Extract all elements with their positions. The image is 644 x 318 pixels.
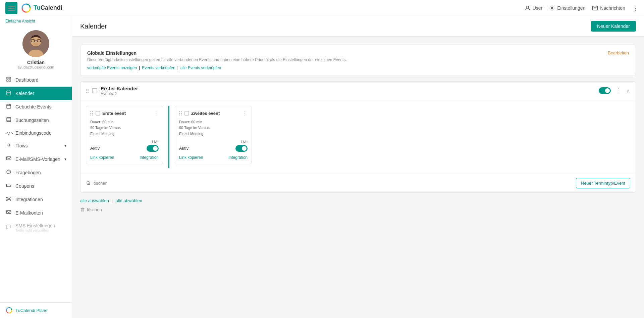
event-header-2: Zweites event ⋮	[179, 110, 248, 117]
svg-point-29	[9, 173, 9, 174]
svg-rect-14	[7, 80, 8, 81]
sms-icon	[5, 224, 12, 231]
profile-email: ayuda@tucalendi.com	[17, 65, 54, 69]
svg-point-2	[527, 6, 529, 8]
tucalendi-plans-link[interactable]: TuCalendi Pläne	[5, 307, 66, 314]
sidebar-item-buchungsseiten[interactable]: Buchungsseiten	[0, 113, 72, 127]
bottom-loeschen-button[interactable]: löschen	[80, 207, 636, 212]
sidebar-item-coupons[interactable]: Coupons	[0, 179, 72, 193]
calendar-collapse-button[interactable]: ∧	[626, 88, 630, 94]
svg-rect-15	[9, 80, 11, 81]
toggle-knob	[605, 88, 610, 93]
global-settings-links: verknüpfte Events anzeigen | Events verk…	[87, 65, 608, 70]
calendar-events-count: Events: 2	[101, 91, 138, 96]
gear-icon	[549, 5, 555, 11]
main-content: Kalender Neuer Kalender Globale Einstell…	[72, 16, 644, 318]
global-settings-desc: Diese Verfügbarkeitseinstellungen gelten…	[87, 57, 608, 63]
emailkonten-icon	[5, 210, 12, 216]
alle-events-verknuepfen-link[interactable]: alle Events verknüpfen	[180, 65, 221, 70]
event-footer-2: Link kopieren Integration	[179, 155, 248, 160]
sidebar-item-label-dashboard: Dashboard	[15, 77, 39, 83]
flows-chevron: ▾	[64, 143, 66, 148]
calendar-loeschen-button[interactable]: löschen	[86, 181, 108, 186]
event-checkbox-2[interactable]	[184, 111, 189, 116]
event-link-kopieren-1[interactable]: Link kopieren	[90, 155, 114, 160]
alle-auswaehlen-link[interactable]: alle auswählen	[80, 198, 109, 203]
bottom-actions: alle auswählen | alle abwählen	[80, 198, 636, 203]
gebuchte-icon	[5, 103, 12, 110]
alle-abwaehlen-link[interactable]: alle abwählen	[115, 198, 142, 203]
svg-point-11	[33, 43, 39, 46]
event-header-1: Erste event ⋮	[90, 110, 159, 117]
calendar-kebab-menu[interactable]: ⋮	[614, 87, 623, 94]
topnav-left: TuCalendi	[5, 2, 525, 14]
more-options-button[interactable]: ⋮	[632, 4, 639, 12]
hamburger-menu[interactable]	[5, 2, 17, 14]
global-settings-top: Globale Einstellungen Diese Verfügbarkei…	[87, 50, 629, 70]
event-integration-1[interactable]: Integration	[140, 155, 159, 160]
settings-menu[interactable]: Einstellungen	[549, 5, 585, 11]
sidebar-item-label-kalender: Kalender	[15, 91, 34, 96]
calendar-drag-handle[interactable]	[86, 89, 89, 93]
event-kebab-1[interactable]: ⋮	[153, 110, 159, 117]
event-aktiv-row-2: Aktiv	[179, 145, 248, 152]
svg-line-38	[7, 198, 8, 199]
simple-view-link[interactable]: Einfache Ansicht	[0, 16, 72, 25]
sidebar-item-flows[interactable]: Flows ▾	[0, 139, 72, 152]
event-toggle-knob-2	[242, 146, 247, 151]
svg-line-39	[9, 198, 10, 199]
sidebar-item-label-coupons: Coupons	[15, 183, 34, 189]
sidebar-item-label-emailkonten: E-Mailkonten	[15, 210, 43, 216]
event-name-1: Erste event	[102, 111, 151, 116]
einbindungscode-icon: </>	[5, 131, 12, 136]
user-icon	[525, 5, 531, 11]
calendar-checkbox[interactable]	[92, 88, 97, 93]
messages-menu[interactable]: Nachrichten	[592, 5, 625, 11]
sidebar-item-emailkonten[interactable]: E-Mailkonten	[0, 206, 72, 220]
nav-items: Dashboard Kalender Gebuchte Events	[0, 73, 72, 302]
sidebar-item-fragebögen[interactable]: Fragebögen	[0, 166, 72, 179]
mail-icon	[592, 5, 598, 11]
calendar-toggle[interactable]	[599, 87, 611, 94]
event-drag-1[interactable]	[90, 111, 93, 116]
separator-1: |	[139, 65, 140, 70]
event-kebab-2[interactable]: ⋮	[242, 110, 248, 117]
sidebar-item-email-sms[interactable]: E-Mail/SMS-Vorlagen ▾	[0, 152, 72, 166]
svg-line-40	[7, 199, 8, 200]
event-link-kopieren-2[interactable]: Link kopieren	[179, 155, 203, 160]
sidebar: Einfache Ansicht	[0, 16, 72, 318]
sidebar-item-einbindungscode[interactable]: </> Einbindungscode	[0, 127, 72, 139]
global-settings-content: Globale Einstellungen Diese Verfügbarkei…	[80, 45, 636, 76]
event-toggle-2[interactable]	[235, 145, 248, 152]
logo[interactable]: TuCalendi	[21, 3, 62, 13]
sidebar-item-label-flows: Flows	[15, 143, 28, 148]
sidebar-item-sms[interactable]: SMS Einstellungen Twilio nicht verbunden	[0, 220, 72, 236]
new-event-button[interactable]: Neuer Termintyp/Event	[576, 178, 630, 188]
sidebar-item-dashboard[interactable]: Dashboard	[0, 73, 72, 87]
sidebar-item-gebuchte[interactable]: Gebuchte Events	[0, 100, 72, 113]
event-integration-2[interactable]: Integration	[228, 155, 248, 160]
integrationen-icon	[5, 196, 12, 203]
event-details-2: Dauer: 60 min 90 Tage im Voraus Einzel M…	[179, 119, 248, 137]
verknuepfte-events-link[interactable]: verknüpfte Events anzeigen	[87, 65, 137, 70]
new-calendar-button[interactable]: Neuer Kalender	[591, 21, 636, 32]
event-card-2: Zweites event ⋮ Dauer: 60 min 90 Tage im…	[175, 106, 252, 164]
svg-line-41	[9, 199, 10, 200]
sidebar-item-kalender[interactable]: Kalender	[0, 87, 72, 100]
calendar-name: Erster Kalender	[101, 86, 138, 91]
event-checkbox-1[interactable]	[96, 111, 100, 116]
plans-icon	[5, 307, 13, 314]
sidebar-item-integrationen[interactable]: Integrationen	[0, 193, 72, 206]
event-drag-2[interactable]	[179, 111, 182, 116]
sidebar-item-label-email-sms: E-Mail/SMS-Vorlagen	[15, 156, 60, 162]
svg-point-3	[551, 7, 553, 9]
bottom-sep: |	[112, 198, 113, 203]
events-verknuepfen-link[interactable]: Events verknüpfen	[142, 65, 175, 70]
bearbeiten-button[interactable]: Bearbeiten	[608, 50, 629, 55]
event-divider	[168, 106, 169, 168]
event-toggle-1[interactable]	[147, 145, 159, 152]
coupons-icon	[5, 183, 12, 189]
sidebar-item-label-einbindungscode: Einbindungscode	[15, 130, 51, 136]
svg-point-35	[10, 197, 11, 198]
user-menu[interactable]: User	[525, 5, 543, 11]
